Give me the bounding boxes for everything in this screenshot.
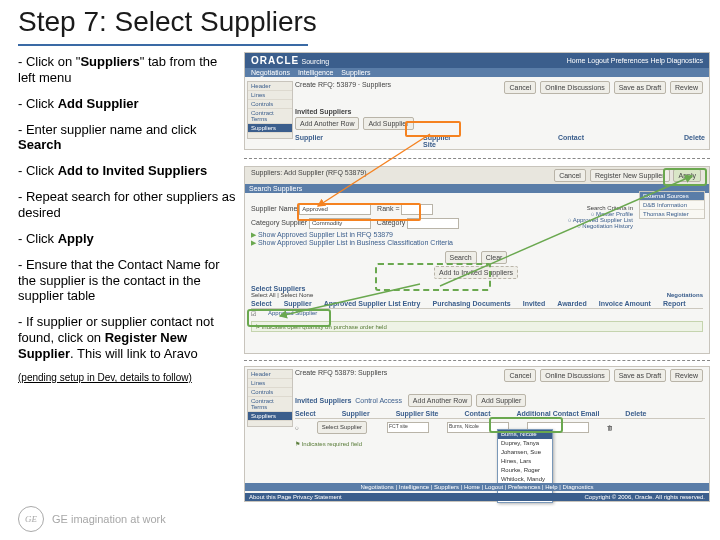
dropdown-option[interactable]: Johansen, Sue (498, 448, 552, 457)
instruction-3: - Enter supplier name and click Search (18, 122, 236, 154)
instruction-1: - Click on "Suppliers" tab from the left… (18, 54, 236, 86)
col-awarded: Awarded (557, 300, 586, 307)
review-button-3[interactable]: Review (670, 369, 703, 382)
dropdown-option[interactable]: Hines, Lars (498, 457, 552, 466)
instruction-2: - Click Add Supplier (18, 96, 236, 112)
col3-delete: Delete (625, 410, 646, 417)
menu-suppliers[interactable]: Suppliers (248, 124, 292, 133)
instruction-list: - Click on "Suppliers" tab from the left… (18, 54, 236, 394)
col-report: Report (663, 300, 686, 307)
note-biz-link[interactable]: Show Approved Supplier List in Business … (258, 239, 453, 246)
divider-1 (244, 158, 710, 159)
external-sources-title: External Sources (640, 192, 704, 200)
invited-suppliers-label: Invited Suppliers (295, 108, 351, 115)
external-source-dnb[interactable]: D&B Information (640, 200, 704, 209)
add-another-row-button[interactable]: Add Another Row (295, 117, 359, 130)
highlight-select-row (247, 309, 331, 327)
instruction-8: - If supplier or supplier contact not fo… (18, 314, 236, 362)
note-rfq-link[interactable]: Show Approved Supplier List in RFQ 53879 (258, 231, 393, 238)
site-value[interactable]: FCT site (388, 423, 408, 429)
online-discussions-button[interactable]: Online Discussions (540, 81, 610, 94)
external-source-thomas[interactable]: Thomas Register (640, 209, 704, 218)
oracle-left-menu-3: Header Lines Controls Contract Terms Sup… (247, 369, 293, 427)
online-discussions-button-3[interactable]: Online Discussions (540, 369, 610, 382)
cancel-button[interactable]: Cancel (504, 81, 536, 94)
instruction-6: - Click Apply (18, 231, 236, 247)
col-asl: Approved Supplier List Entry (324, 300, 421, 307)
oracle-header: ORACLE Sourcing Home Logout Preferences … (245, 53, 709, 68)
col-contact: Contact (558, 134, 584, 148)
negotiations-header: Negotiations (667, 292, 703, 298)
select-suppliers-label: Select Suppliers (251, 285, 305, 292)
dropdown-option[interactable]: Duprey, Tanya (498, 439, 552, 448)
col-delete: Delete (684, 134, 705, 148)
menu3-contract-terms[interactable]: Contract Terms (248, 397, 292, 412)
divider-2 (244, 360, 710, 361)
select-supplier-row-button[interactable]: Select Supplier (317, 421, 367, 434)
menu-lines[interactable]: Lines (248, 91, 292, 100)
select-none-link[interactable]: Select None (281, 292, 314, 298)
negotiation-history-option[interactable]: Negotiation History (582, 223, 633, 229)
col3-contact: Contact (464, 410, 490, 417)
tab-intelligence[interactable]: Intelligence (298, 69, 333, 76)
add-supplier-title: Suppliers: Add Supplier (RFQ 53879) (251, 169, 367, 182)
menu-header[interactable]: Header (248, 82, 292, 91)
menu-contract-terms[interactable]: Contract Terms (248, 109, 292, 124)
dropdown-option[interactable]: Rourke, Roger (498, 466, 552, 475)
menu3-header[interactable]: Header (248, 370, 292, 379)
add-another-row-button-3[interactable]: Add Another Row (408, 394, 472, 407)
save-as-draft-button[interactable]: Save as Draft (614, 81, 666, 94)
cancel-button-3[interactable]: Cancel (504, 369, 536, 382)
instruction-7: - Ensure that the Contact Name for the s… (18, 257, 236, 305)
cancel-button[interactable]: Cancel (554, 169, 586, 182)
oracle-tabs: Negotiations Intelligence Suppliers (245, 68, 709, 77)
col-purchasing: Purchasing Documents (433, 300, 511, 307)
highlight-apply (663, 168, 707, 186)
save-as-draft-button-3[interactable]: Save as Draft (614, 369, 666, 382)
contact-dropdown[interactable]: Burns, Nicole (448, 423, 479, 429)
oracle-nav-right: Home Logout Preferences Help Diagnostics (567, 57, 703, 64)
col-invited: Invited (523, 300, 546, 307)
col-supplier: Supplier (284, 300, 312, 307)
oracle-left-menu: Header Lines Controls Contract Terms Sup… (247, 81, 293, 139)
title-underline (18, 44, 308, 46)
col-select: Select (251, 300, 272, 307)
breadcrumb: Create RFQ: 53879 · Suppliers (295, 81, 391, 94)
add-supplier-button-3[interactable]: Add Supplier (476, 394, 526, 407)
col3-site: Supplier Site (396, 410, 439, 417)
external-sources-panel: External Sources D&B Information Thomas … (639, 191, 705, 219)
footer-text: GE imagination at work (52, 513, 166, 525)
tab-suppliers[interactable]: Suppliers (341, 69, 370, 76)
create-rfq-title: Create RFQ 53879: Suppliers (295, 369, 387, 382)
tab-negotiations[interactable]: Negotiations (251, 69, 290, 76)
delete-row-icon[interactable]: 🗑 (607, 425, 613, 431)
col-supplier: Supplier (295, 134, 323, 148)
control-access-link[interactable]: Control Access (355, 397, 402, 404)
screenshot-invited-suppliers: Header Lines Controls Contract Terms Sup… (244, 366, 710, 502)
select-all-link[interactable]: Select All (251, 292, 276, 298)
contact-dropdown-popup[interactable]: Burns, Nicole Duprey, Tanya Johansen, Su… (497, 429, 553, 503)
col3-email: Additional Contact Email (517, 410, 600, 417)
register-new-supplier-button[interactable]: Register New Supplier (590, 169, 670, 182)
instruction-pending-note: (pending setup in Dev, details to follow… (18, 372, 236, 384)
menu-controls[interactable]: Controls (248, 100, 292, 109)
instruction-5: - Repeat search for other suppliers as d… (18, 189, 236, 221)
instruction-4: - Click Add to Invited Suppliers (18, 163, 236, 179)
highlight-add-supplier (405, 121, 461, 137)
screenshot-add-supplier-search: Suppliers: Add Supplier (RFQ 53879) Canc… (244, 166, 710, 354)
col-invoice-amt: Invoice Amount (599, 300, 651, 307)
highlight-contact-dropdown (489, 417, 563, 433)
col3-select: Select (295, 410, 316, 417)
required-field-note: Indicates required field (302, 441, 362, 447)
ge-logo: GE (18, 506, 44, 532)
col3-supplier: Supplier (342, 410, 370, 417)
invited-suppliers-title: Invited Suppliers (295, 397, 351, 404)
oracle-footer-tabs: Negotiations | Intelligence | Suppliers … (245, 483, 709, 491)
oracle-footer-bar: About this Page Privacy Statement Copyri… (245, 493, 709, 501)
menu3-lines[interactable]: Lines (248, 379, 292, 388)
menu3-controls[interactable]: Controls (248, 388, 292, 397)
review-button[interactable]: Review (670, 81, 703, 94)
slide-footer: GE GE imagination at work (18, 506, 166, 532)
menu3-suppliers[interactable]: Suppliers (248, 412, 292, 421)
supplier-name-label: Supplier Name (251, 205, 297, 212)
